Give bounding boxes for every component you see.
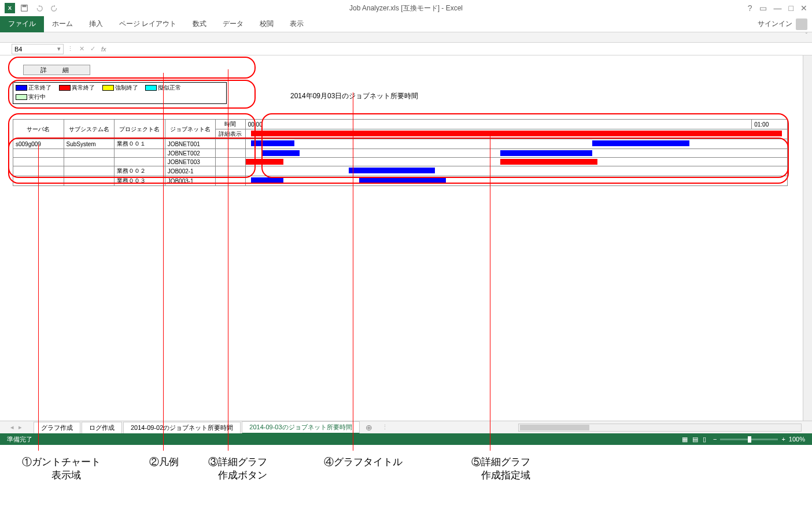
collapse-ribbon-button[interactable]: ˇ xyxy=(806,32,807,39)
vertical-scrollbar[interactable] xyxy=(803,55,812,423)
annotation-line xyxy=(163,73,164,451)
tab-review[interactable]: 校閲 xyxy=(252,16,282,32)
help-button[interactable]: ? xyxy=(748,3,752,13)
table-row: JOBNET002 xyxy=(13,149,788,158)
header-detail-display: 詳細表示 xyxy=(216,129,246,139)
sheet-tab[interactable]: グラフ作成 xyxy=(34,422,80,433)
horizontal-scrollbar[interactable] xyxy=(518,424,802,432)
ribbon-options-button[interactable]: ▭ xyxy=(759,3,767,13)
header-jobnet: ジョブネット名 xyxy=(165,120,216,139)
status-ready: 準備完了 xyxy=(7,435,32,444)
name-box[interactable]: B4▾ xyxy=(12,44,64,54)
tab-insert[interactable]: 挿入 xyxy=(81,16,111,32)
zoom-out-button[interactable]: − xyxy=(713,436,717,443)
annotation-label-5: ⑤詳細グラフ 作成指定域 xyxy=(471,455,530,482)
ribbon-body: ˇ xyxy=(0,32,812,43)
close-button[interactable]: ✕ xyxy=(800,3,807,13)
tab-data[interactable]: データ xyxy=(215,16,252,32)
zoom-in-button[interactable]: + xyxy=(781,436,785,443)
legend: 正常終了 異常終了 強制終了 擬似正常 実行中 xyxy=(13,82,227,104)
tab-nav-next[interactable]: ▸ xyxy=(19,424,22,431)
excel-icon: X xyxy=(5,3,15,13)
header-project: プロジェクト名 xyxy=(115,120,165,139)
sheet-tab[interactable]: ログ作成 xyxy=(82,422,122,433)
svg-rect-1 xyxy=(23,5,27,8)
add-sheet-button[interactable]: ⊕ xyxy=(360,423,378,432)
ribbon-tabs: ファイル ホーム 挿入 ページ レイアウト 数式 データ 校閲 表示 サインイン xyxy=(0,16,812,32)
maximize-button[interactable]: □ xyxy=(789,3,793,13)
tab-file[interactable]: ファイル xyxy=(0,16,44,32)
sheet-tab[interactable]: 2014-09-02のジョブネット所要時間 xyxy=(123,422,241,433)
time-axis-start: 00:00 xyxy=(245,120,752,129)
cancel-formula-button[interactable]: ✕ xyxy=(79,45,84,53)
status-bar: 準備完了 ▦ ▤ ▯ − + 100% xyxy=(0,433,812,445)
detail-button[interactable]: 詳 細 xyxy=(23,65,90,75)
signin[interactable]: サインイン xyxy=(758,18,807,30)
tab-page-layout[interactable]: ページ レイアウト xyxy=(111,16,184,32)
view-page-layout-icon[interactable]: ▤ xyxy=(692,436,698,443)
tab-view[interactable]: 表示 xyxy=(282,16,312,32)
tab-nav-prev[interactable]: ◂ xyxy=(10,424,14,431)
header-time: 時間 xyxy=(216,120,246,129)
annotation-line xyxy=(353,92,353,451)
fx-icon[interactable]: fx xyxy=(101,46,106,53)
header-subsystem: サブシステム名 xyxy=(64,120,115,139)
annotation-label-1: ①ガントチャート 表示域 xyxy=(22,455,101,482)
avatar-icon xyxy=(796,18,807,30)
zoom-slider[interactable] xyxy=(720,439,778,440)
gantt-table: サーバ名 サブシステム名 プロジェクト名 ジョブネット名 時間 00:00 01… xyxy=(13,119,788,186)
accept-formula-button[interactable]: ✓ xyxy=(90,45,95,53)
window-title: Job Analyzer.xls [互換モード] - Excel xyxy=(349,3,463,13)
annotation-label-3: ③詳細グラフ 作成ボタン xyxy=(208,455,267,482)
chart-title: 2014年09月03日のジョブネット所要時間 xyxy=(290,91,418,101)
minimize-button[interactable]: — xyxy=(774,3,782,13)
table-row: 業務００２JOB002-1 xyxy=(13,166,788,176)
sheet-tabs-bar: ◂ ▸ グラフ作成 ログ作成 2014-09-02のジョブネット所要時間 201… xyxy=(0,421,812,433)
annotation-label-4: ④グラフタイトル xyxy=(324,455,403,469)
fx-separator: ⋮ xyxy=(67,45,73,53)
titlebar: X Job Analyzer.xls [互換モード] - Excel ? ▭ —… xyxy=(0,0,812,16)
save-button[interactable] xyxy=(19,2,30,14)
annotation-label-2: ②凡例 xyxy=(149,455,179,469)
view-normal-icon[interactable]: ▦ xyxy=(682,436,688,443)
annotation-label-area xyxy=(0,445,812,505)
redo-button[interactable] xyxy=(49,2,60,14)
time-axis-end: 01:00 xyxy=(752,120,788,129)
formula-bar: B4▾ ⋮ ✕ ✓ fx xyxy=(0,43,812,55)
table-row: 業務００３JOB003-1 xyxy=(13,176,788,186)
header-server: サーバ名 xyxy=(13,120,64,139)
table-row: JOBNET003 xyxy=(13,158,788,166)
annotation-line xyxy=(490,133,490,451)
annotation-line xyxy=(38,144,39,451)
view-page-break-icon[interactable]: ▯ xyxy=(703,436,706,443)
table-row: s009g009SubSystem業務００１JOBNET001 xyxy=(13,139,788,149)
tab-formulas[interactable]: 数式 xyxy=(184,16,215,32)
tab-home[interactable]: ホーム xyxy=(44,16,81,32)
annotation-line xyxy=(228,69,228,451)
zoom-level[interactable]: 100% xyxy=(789,436,805,443)
worksheet-area[interactable]: 詳 細 正常終了 異常終了 強制終了 擬似正常 実行中 2014年09月03日の… xyxy=(1,55,799,421)
sheet-tab-active[interactable]: 2014-09-03のジョブネット所要時間 xyxy=(242,421,359,434)
undo-button[interactable] xyxy=(34,2,45,14)
